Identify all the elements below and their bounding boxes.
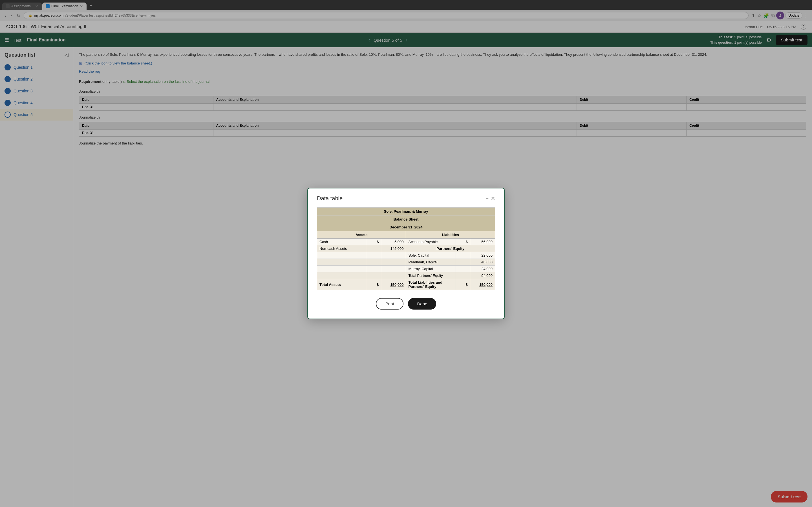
total-assets-label: Total Assets [317,279,367,290]
pearlman-capital-label: Pearlman, Capital [406,259,456,266]
murray-capital-amount: 24,000 [470,266,495,272]
close-modal-button[interactable]: ✕ [491,196,495,201]
cash-dollar: $ [367,238,381,245]
modal-controls: − ✕ [486,196,495,201]
done-button[interactable]: Done [408,298,436,309]
total-equity-label: Total Partners' Equity [406,272,456,279]
modal-overlay: Data table − ✕ Sole, Pearlman, & Murray [0,0,812,507]
sole-capital-amount: 22,000 [470,252,495,259]
statement-date: December 31, 2024 [317,223,495,231]
modal-header: Data table − ✕ [317,195,495,202]
total-assets-dollar: $ [367,279,381,290]
noncash-label: Non-cash Assets [317,245,367,252]
noncash-amount: 145,000 [381,245,406,252]
total-assets-amount: 150,000 [381,279,406,290]
assets-header: Assets [317,231,406,238]
modal-footer: Print Done [317,298,495,309]
ap-dollar: $ [456,238,470,245]
minimize-modal-button[interactable]: − [486,196,489,201]
liabilities-header: Liabilities [406,231,495,238]
sole-capital-label: Sole, Capital [406,252,456,259]
ap-amount: 56,000 [470,238,495,245]
data-table-modal: Data table − ✕ Sole, Pearlman, & Murray [307,188,505,319]
cash-amount: 5,000 [381,238,406,245]
total-equity-amount: 94,000 [470,272,495,279]
murray-capital-label: Murray, Capital [406,266,456,272]
pearlman-capital-amount: 48,000 [470,259,495,266]
ap-label: Accounts Payable [406,238,456,245]
print-button[interactable]: Print [376,298,404,309]
total-liabilities-amount: 150,000 [470,279,495,290]
balance-sheet-table: Sole, Pearlman, & Murray Balance Sheet D… [317,207,495,290]
partners-equity-header: Partners' Equity [406,245,495,252]
modal-title: Data table [317,195,343,202]
cash-label: Cash [317,238,367,245]
statement-type: Balance Sheet [317,216,495,223]
total-liabilities-dollar: $ [456,279,470,290]
company-name: Sole, Pearlman, & Murray [317,208,495,216]
total-liabilities-label: Total Liabilities and Partners' Equity [406,279,456,290]
